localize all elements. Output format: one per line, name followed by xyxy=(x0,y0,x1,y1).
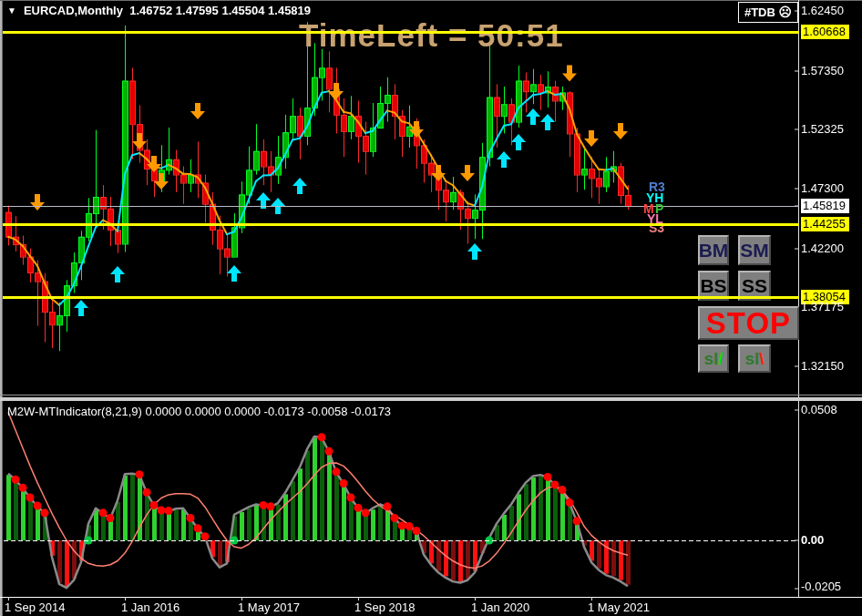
sell-market-button[interactable]: SM xyxy=(738,235,771,265)
price-axis-label: 1.45819 xyxy=(801,199,849,213)
indicator-axis-label: 0.00 xyxy=(801,533,824,548)
indicator-name: M2W-MTIndicator(8,21,9) xyxy=(7,405,142,418)
indicator-title: M2W-MTIndicator(8,21,9) 0.0000 0.0000 0.… xyxy=(7,405,391,418)
ohlc-high: 1.47595 xyxy=(176,4,219,17)
current-price-line xyxy=(3,206,799,207)
trail-stop-up-button[interactable]: sl / xyxy=(698,344,729,373)
indicator-values: 0.0000 0.0000 0.0000 -0.0173 -0.0058 -0.… xyxy=(145,405,391,418)
price-axis-label: 1.32150 xyxy=(801,359,844,374)
price-axis-label: 1.47300 xyxy=(801,181,844,196)
time-left-countdown: TimeLeft = 50:51 xyxy=(299,17,564,54)
support-resistance-line[interactable] xyxy=(3,223,799,226)
time-axis-label: 1 May 2021 xyxy=(588,601,650,614)
ohlc-low: 1.45504 xyxy=(221,4,264,17)
price-axis-label: 1.44255 xyxy=(801,217,849,231)
indicator-axis-label: -0.0205 xyxy=(801,580,841,594)
price-axis-label: 1.52325 xyxy=(801,122,844,137)
indicator-axis-label: 0.0508 xyxy=(801,403,837,417)
price-axis-label: 1.42200 xyxy=(801,241,844,256)
support-resistance-line[interactable] xyxy=(3,296,799,299)
symbol-dropdown-icon[interactable]: ▼ xyxy=(7,5,16,15)
time-axis-label: 1 Jan 2016 xyxy=(121,601,180,614)
sl-up-glyph: / xyxy=(718,349,723,369)
ohlc-open: 1.46752 xyxy=(129,4,172,17)
time-axis-label: 1 Sep 2014 xyxy=(5,601,66,614)
frown-face-icon: ☹ xyxy=(778,5,792,19)
sl-up-label: sl xyxy=(703,349,718,369)
stop-button[interactable]: STOP xyxy=(698,306,799,340)
price-axis-label: 1.57350 xyxy=(801,64,844,78)
expert-badge-label: #TDB xyxy=(744,5,775,19)
chart-title-symbol: EURCAD,Monthly xyxy=(24,4,123,17)
time-axis-label: 1 Jan 2020 xyxy=(471,601,529,614)
sl-dn-glyph: \ xyxy=(759,349,764,369)
price-axis-label: 1.60668 xyxy=(801,25,849,39)
sl-dn-label: sl xyxy=(744,349,759,369)
expert-badge: #TDB ☹ xyxy=(738,2,798,23)
price-axis-label: 1.37175 xyxy=(801,300,844,314)
time-axis-label: 1 Sep 2018 xyxy=(354,601,416,614)
support-resistance-line[interactable] xyxy=(3,31,799,34)
chart-title: ▼EURCAD,Monthly 1.46752 1.47595 1.45504 … xyxy=(7,4,311,17)
ohlc-close: 1.45819 xyxy=(268,4,311,17)
time-axis-label: 1 May 2017 xyxy=(238,601,300,614)
buy-market-button[interactable]: BM xyxy=(698,235,729,265)
price-axis-label: 1.62450 xyxy=(801,4,844,18)
trail-stop-down-button[interactable]: sl \ xyxy=(738,344,771,373)
